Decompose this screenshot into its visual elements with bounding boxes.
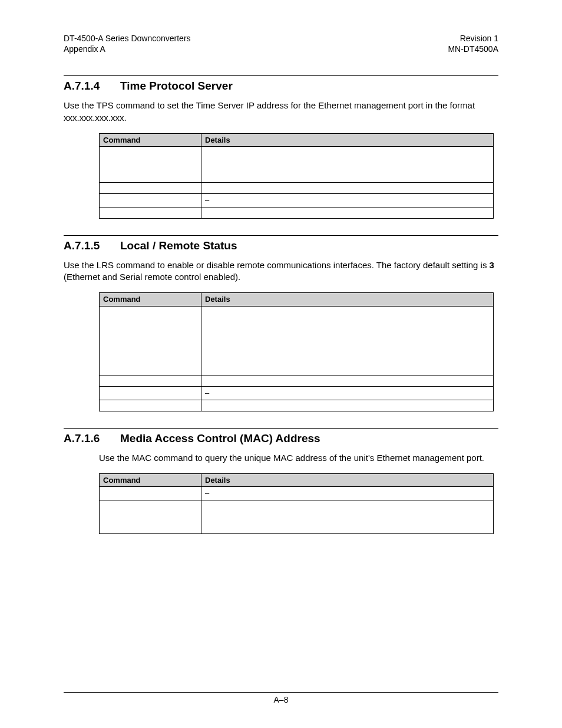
section-title: Time Protocol Server [120,80,233,93]
section-mac: A.7.1.6 Media Access Control (MAC) Addre… [64,428,498,534]
section-paragraph: Use the TPS command to set the Time Serv… [64,100,475,122]
section-heading: A.7.1.6 Media Access Control (MAC) Addre… [64,432,498,445]
section-body: Use the TPS command to set the Time Serv… [64,100,498,219]
th-command: Command [100,133,201,147]
section-title: Media Access Control (MAC) Address [120,432,320,445]
section-number: A.7.1.5 [64,239,105,252]
table-header-row: Command Details [100,133,494,147]
section-tps: A.7.1.4 Time Protocol Server Use the TPS… [64,75,498,219]
table-row [100,147,494,183]
table-row [100,500,494,533]
table-row [100,375,494,387]
section-body: Use the MAC command to query the unique … [64,452,498,534]
section-paragraph: Use the MAC command to query the unique … [64,452,498,464]
table-row [100,307,494,375]
th-command: Command [100,473,201,487]
section-paragraph-a: Use the LRS command to enable or disable… [64,260,490,270]
page: DT-4500-A Series Downconverters Appendix… [0,0,562,728]
cell-dash: – [201,387,494,400]
section-rule [64,235,498,236]
section-paragraph-bold: 3 [490,260,494,270]
section-paragraph-b: (Ethernet and Serial remote control enab… [64,272,240,282]
command-table-lrs: Command Details – [99,292,494,411]
header-left: DT-4500-A Series Downconverters Appendix… [64,33,191,54]
th-details: Details [201,133,494,147]
section-lrs: A.7.1.5 Local / Remote Status Use the LR… [64,235,498,411]
th-details: Details [201,293,494,307]
table-header-row: Command Details [100,473,494,487]
page-number: A–8 [274,695,289,704]
section-number: A.7.1.6 [64,432,105,445]
th-command: Command [100,293,201,307]
header-right: Revision 1 MN-DT4500A [448,33,498,54]
table-row [100,400,494,411]
table-row: – [100,487,494,500]
page-header: DT-4500-A Series Downconverters Appendix… [64,33,498,54]
cell-dash: – [201,487,494,500]
th-details: Details [201,473,494,487]
table-row [100,183,494,194]
page-footer: A–8 [64,689,498,704]
section-rule [64,75,498,76]
section-title: Local / Remote Status [120,239,237,252]
command-table-tps: Command Details – [99,133,494,219]
section-rule [64,428,498,429]
table-row [100,207,494,218]
cell-dash: – [201,194,494,207]
footer-rule [64,692,498,693]
command-table-mac: Command Details – [99,473,494,534]
section-heading: A.7.1.4 Time Protocol Server [64,80,498,93]
section-heading: A.7.1.5 Local / Remote Status [64,239,498,252]
table-row: – [100,194,494,207]
table-header-row: Command Details [100,293,494,307]
table-row: – [100,387,494,400]
section-number: A.7.1.4 [64,80,105,93]
section-body: Use the LRS command to enable or disable… [64,259,498,411]
